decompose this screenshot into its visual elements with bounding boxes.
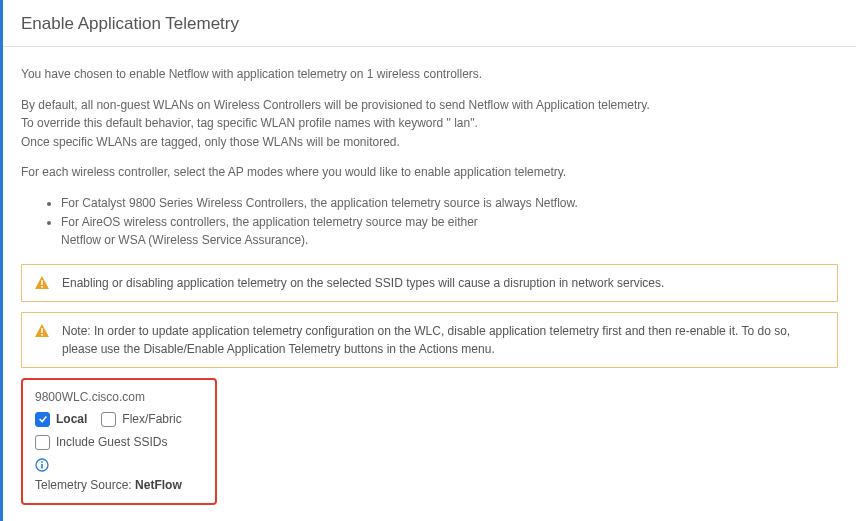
svg-rect-5 xyxy=(41,464,43,469)
alert-text-2: Note: In order to update application tel… xyxy=(62,322,825,358)
bullet-item-1: For Catalyst 9800 Series Wireless Contro… xyxy=(61,194,838,213)
intro-summary: You have chosen to enable Netflow with a… xyxy=(21,65,838,84)
svg-rect-1 xyxy=(41,286,43,288)
guest-row: Include Guest SSIDs xyxy=(35,435,203,450)
page-title: Enable Application Telemetry xyxy=(21,14,838,34)
controller-settings-box: 9800WLC.cisco.com Local Flex/Fabric xyxy=(21,378,217,505)
intro-default-3: Once specific WLANs are tagged, only tho… xyxy=(21,133,838,152)
svg-rect-0 xyxy=(41,280,43,285)
page-header: Enable Application Telemetry xyxy=(3,0,856,47)
warning-icon xyxy=(34,323,50,339)
svg-rect-6 xyxy=(41,461,43,463)
local-checkbox-label: Local xyxy=(56,412,87,426)
intro-default-1: By default, all non-guest WLANs on Wirel… xyxy=(21,96,838,115)
bullet-list: For Catalyst 9800 Series Wireless Contro… xyxy=(21,194,838,250)
info-icon[interactable] xyxy=(35,458,49,472)
alert-text-1: Enabling or disabling application teleme… xyxy=(62,274,664,292)
guest-checkbox-item: Include Guest SSIDs xyxy=(35,435,167,450)
intro-default-2: To override this default behavior, tag s… xyxy=(21,114,838,133)
svg-rect-3 xyxy=(41,334,43,336)
telemetry-source-label: Telemetry Source: xyxy=(35,478,135,492)
local-checkbox-item: Local xyxy=(35,412,87,427)
intro-foreach: For each wireless controller, select the… xyxy=(21,163,838,182)
local-checkbox[interactable] xyxy=(35,412,50,427)
flex-checkbox-label: Flex/Fabric xyxy=(122,412,181,426)
flex-fabric-checkbox[interactable] xyxy=(101,412,116,427)
ap-mode-row: Local Flex/Fabric xyxy=(35,412,203,427)
bullet-item-2b: Netflow or WSA (Wireless Service Assuran… xyxy=(61,233,308,247)
alert-disruption: Enabling or disabling application teleme… xyxy=(21,264,838,302)
bullet-item-2a: For AireOS wireless controllers, the app… xyxy=(61,215,478,229)
controller-hostname: 9800WLC.cisco.com xyxy=(35,390,203,404)
warning-icon xyxy=(34,275,50,291)
alert-update-config: Note: In order to update application tel… xyxy=(21,312,838,368)
content-area: You have chosen to enable Netflow with a… xyxy=(3,47,856,505)
page-container: Enable Application Telemetry You have ch… xyxy=(0,0,856,521)
flex-checkbox-item: Flex/Fabric xyxy=(101,412,181,427)
include-guest-checkbox[interactable] xyxy=(35,435,50,450)
guest-checkbox-label: Include Guest SSIDs xyxy=(56,435,167,449)
telemetry-source-line: Telemetry Source: NetFlow xyxy=(35,478,203,492)
bullet-item-2: For AireOS wireless controllers, the app… xyxy=(61,213,838,250)
telemetry-source-value: NetFlow xyxy=(135,478,182,492)
svg-rect-2 xyxy=(41,328,43,333)
